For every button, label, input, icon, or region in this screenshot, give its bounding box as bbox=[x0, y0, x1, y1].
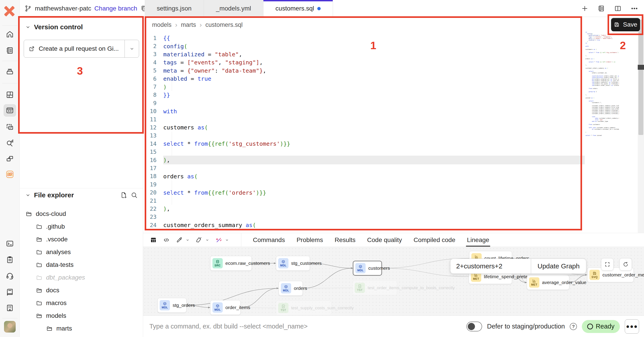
code-line-8[interactable]: 8}} bbox=[143, 91, 585, 99]
sidebar-item-code-editor[interactable] bbox=[4, 104, 16, 117]
code-line-14[interactable]: 14 select * from {{ ref('stg_customers')… bbox=[143, 140, 585, 148]
update-graph-button[interactable]: Update Graph bbox=[531, 259, 586, 274]
lineage-node-order_items[interactable]: MDLorder_items bbox=[210, 300, 240, 315]
file-tree-item-.vscode[interactable]: .vscode bbox=[20, 233, 143, 246]
chevron-down-icon[interactable] bbox=[205, 238, 209, 242]
split-view-icon[interactable] bbox=[614, 5, 622, 12]
code-line-13[interactable]: 13 bbox=[143, 132, 585, 140]
file-tree-item-.github[interactable]: .github bbox=[20, 220, 143, 233]
sidebar-item-home[interactable] bbox=[4, 28, 16, 41]
sidebar-item-copilot[interactable] bbox=[4, 168, 16, 181]
code-line-21[interactable]: 21 bbox=[143, 197, 585, 205]
code-editor[interactable]: models› marts› customers.sql 1{{2 config… bbox=[143, 17, 644, 233]
pr-dropdown-caret[interactable] bbox=[124, 40, 139, 57]
magic-fix-icon[interactable] bbox=[215, 236, 222, 244]
code-line-5[interactable]: 5 meta = {"owner": "data-team"}, bbox=[143, 67, 585, 75]
sidebar-item-environments[interactable] bbox=[4, 65, 16, 78]
format-icon[interactable] bbox=[196, 236, 202, 244]
sidebar-item-organization[interactable] bbox=[4, 302, 16, 314]
file-tree-item-analyses[interactable]: analyses bbox=[20, 246, 143, 258]
search-icon[interactable] bbox=[130, 192, 138, 199]
status-badge[interactable]: Ready bbox=[582, 320, 620, 333]
sidebar-item-journal[interactable] bbox=[4, 44, 16, 57]
new-file-icon[interactable] bbox=[120, 192, 128, 199]
code-line-2[interactable]: 2 config( bbox=[143, 42, 585, 50]
tab-_models.yml[interactable]: _models.yml bbox=[204, 0, 264, 17]
code-line-20[interactable]: 20 select * from {{ ref('orders') }} bbox=[143, 188, 585, 196]
refresh-graph-button[interactable] bbox=[620, 258, 632, 271]
dbt-logo[interactable] bbox=[3, 5, 16, 17]
lineage-selector-input[interactable]: 2+customers+2 bbox=[450, 259, 531, 274]
sidebar-item-windows[interactable] bbox=[4, 152, 16, 165]
sidebar-item-terminal[interactable] bbox=[4, 237, 16, 250]
code-line-3[interactable]: 3 materialized = "table", bbox=[143, 50, 585, 58]
more-icon[interactable] bbox=[630, 5, 638, 12]
lineage-node-stg_orders[interactable]: MDLstg_orders bbox=[158, 298, 186, 313]
file-explorer-header[interactable]: File explorer bbox=[25, 191, 138, 199]
code-lines[interactable]: 1{{2 config(3 materialized = "table",4 t… bbox=[143, 34, 585, 229]
lineage-node-stg_customers[interactable]: MDLstg_customers bbox=[276, 256, 310, 271]
panel-tab-problems[interactable]: Problems bbox=[296, 233, 323, 247]
save-button[interactable]: Save bbox=[611, 18, 640, 31]
code-line-9[interactable]: 9 bbox=[143, 99, 585, 107]
sidebar-item-explore[interactable] bbox=[4, 136, 16, 149]
create-pr-button[interactable]: Create a pull request on Gi... bbox=[24, 40, 139, 58]
breadcrumb-item[interactable]: marts bbox=[181, 21, 196, 28]
help-icon[interactable]: ? bbox=[570, 323, 577, 330]
code-line-7[interactable]: 7 ) bbox=[143, 83, 585, 91]
file-tree-item-marts[interactable]: marts bbox=[20, 322, 143, 335]
more-options-button[interactable]: ●●● bbox=[625, 319, 639, 334]
code-line-22[interactable]: 22), bbox=[143, 205, 585, 213]
scrollbar-thumb[interactable] bbox=[638, 20, 643, 135]
file-tree-item-docs[interactable]: docs bbox=[20, 284, 143, 297]
panel-tab-code-quality[interactable]: Code quality bbox=[367, 233, 402, 247]
lineage-node-raw_customers[interactable]: SRCecom.raw_customers bbox=[210, 256, 252, 271]
file-tree-item-dbt_packages[interactable]: dbt_packages bbox=[20, 271, 143, 284]
file-tree-item-models[interactable]: models bbox=[20, 309, 143, 322]
code-line-16[interactable]: 16), bbox=[143, 156, 585, 164]
breadcrumb-item[interactable]: models bbox=[152, 21, 172, 28]
file-tree-item-docs-cloud[interactable]: docs-cloud bbox=[20, 207, 143, 220]
panel-tab-results[interactable]: Results bbox=[334, 233, 355, 247]
panel-tab-commands[interactable]: Commands bbox=[253, 233, 285, 247]
code-line-12[interactable]: 12customers as ( bbox=[143, 123, 585, 131]
breadcrumb-item[interactable]: customers.sql bbox=[206, 21, 243, 28]
lineage-node-customers[interactable]: MDLcustomers bbox=[353, 261, 382, 276]
panel-tab-lineage[interactable]: Lineage bbox=[467, 233, 489, 247]
code-line-4[interactable]: 4 tags = ["events", "staging"], bbox=[143, 58, 585, 66]
user-avatar[interactable] bbox=[4, 321, 16, 333]
file-tree-item-macros[interactable]: macros bbox=[20, 297, 143, 309]
lineage-node-orders[interactable]: MDLorders bbox=[278, 281, 303, 296]
sidebar-item-support[interactable] bbox=[4, 270, 16, 282]
minimap[interactable]: {{ config( materialized = "table", tags … bbox=[586, 31, 619, 136]
sidebar-item-canvas[interactable] bbox=[4, 121, 16, 133]
sidebar-item-docs[interactable] bbox=[4, 286, 16, 298]
code-line-6[interactable]: 6 enabled = true bbox=[143, 75, 585, 83]
change-branch-link[interactable]: Change branch bbox=[94, 5, 137, 12]
lineage-node-test_order_items[interactable]: TSTtest_order_items_compute_to_bools_cor… bbox=[352, 281, 397, 295]
version-control-header[interactable]: Version control bbox=[25, 23, 83, 31]
file-tree-item-data-tests[interactable]: data-tests bbox=[20, 258, 143, 271]
chevron-down-icon[interactable] bbox=[186, 238, 190, 242]
sidebar-item-dashboard[interactable] bbox=[4, 88, 16, 101]
build-tools-icon[interactable] bbox=[176, 236, 183, 244]
lineage-canvas[interactable]: SRCecom.raw_customersMDLstg_customersMDL… bbox=[143, 247, 644, 316]
tab-customers.sql[interactable]: customers.sql bbox=[264, 0, 333, 17]
branch-name[interactable]: matthewshaver-patc bbox=[35, 5, 91, 12]
code-line-23[interactable]: 23 bbox=[143, 213, 585, 221]
lineage-node-test_supply[interactable]: TSTtest_supply_costs_sum_correctly bbox=[276, 301, 332, 315]
panel-tab-compiled-code[interactable]: Compiled code bbox=[414, 233, 455, 247]
create-pr-button-main[interactable]: Create a pull request on Gi... bbox=[24, 40, 124, 57]
code-line-24[interactable]: 24customer_orders_summary as ( bbox=[143, 221, 585, 229]
code-line-19[interactable]: 19 bbox=[143, 180, 585, 188]
lineage-node-average_order_value[interactable]: METaverage_order_value bbox=[527, 275, 569, 290]
chevron-down-icon[interactable] bbox=[225, 238, 229, 242]
code-line-15[interactable]: 15 bbox=[143, 148, 585, 156]
code-line-17[interactable]: 17 bbox=[143, 164, 585, 172]
table-icon[interactable] bbox=[150, 236, 157, 244]
editor-scrollbar[interactable] bbox=[638, 17, 644, 233]
code-line-18[interactable]: 18orders as ( bbox=[143, 172, 585, 180]
sidebar-item-clipboard[interactable] bbox=[4, 253, 16, 266]
code-icon[interactable] bbox=[163, 236, 170, 244]
notebook-icon[interactable] bbox=[598, 5, 605, 12]
